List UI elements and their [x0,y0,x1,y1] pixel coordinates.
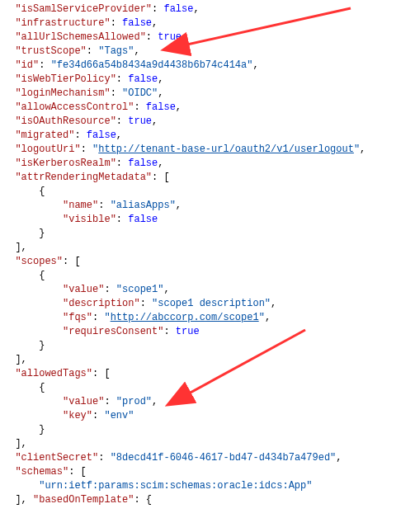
json-token: " [259,312,265,323]
code-line: "loginMechanism": "OIDC", [3,87,412,101]
json-token: : [ [152,172,170,183]
code-line: "fqs": "http://abccorp.com/scope1", [3,311,412,325]
json-token: "id" [15,59,39,71]
json-token: "env" [104,410,134,421]
code-line: "isWebTierPolicy": false, [3,73,412,87]
json-token: : [116,158,128,169]
json-token: , [158,158,163,169]
json-token: : [ [92,368,111,379]
json-token: : [74,129,86,141]
code-line: ], [3,353,412,367]
json-token: : [116,73,128,85]
json-token: ], [15,242,26,253]
json-token: http://abccorp.com/scope1 [111,312,259,323]
json-token: "8decd41f-6046-4617-bd47-d434b7a479ed" [111,452,337,464]
json-token: "scope1 description" [152,298,271,309]
json-token: "visible" [63,214,116,225]
json-token: : [81,144,92,155]
json-token: : [92,312,104,323]
json-token: "isKerberosRealm" [15,158,116,169]
json-token: "isOAuthResource" [15,115,116,127]
code-line: "trustScope": "Tags", [3,45,412,59]
code-line: "isSamlServiceProvider": false, [3,2,412,16]
code-line: ], [3,241,412,255]
code-line: "urn:ietf:params:scim:schemas:oracle:idc… [3,479,412,493]
json-token: "allowedTags" [15,368,92,379]
code-line: } [3,339,412,353]
json-token: : [134,101,145,113]
json-token: : [92,410,104,421]
code-line: "migrated": false, [3,129,412,143]
json-token: "requiresConsent" [63,326,163,337]
json-token: "trustScope" [15,45,86,57]
json-token: "name" [63,200,98,211]
json-token: "aliasApps" [111,200,176,211]
json-token: : [98,452,110,464]
code-line: { [3,269,412,283]
json-code-block: "isSamlServiceProvider": false, "infrast… [0,0,415,510]
json-token: : [98,200,110,211]
json-token: , [176,200,182,211]
json-token: , [152,17,158,29]
json-token: false [146,101,176,113]
json-token: "Tags" [98,45,134,57]
json-token: , [134,45,139,57]
code-line: } [3,227,412,241]
json-token: } [39,340,45,351]
json-token: , [116,129,122,141]
json-token: "loginMechanism" [15,87,110,99]
json-token: : [104,284,116,295]
json-token: : [140,298,152,309]
json-token: http://tenant-base-url/oauth2/v1/userlog… [98,144,354,155]
json-token: , [360,144,365,155]
code-line: "value": "prod", [3,395,412,409]
code-line: "schemas": [ [3,465,412,479]
json-token: false [122,17,152,29]
json-token: " [104,312,110,323]
json-token: , [252,59,258,71]
code-line: "clientSecret": "8decd41f-6046-4617-bd47… [3,451,412,465]
json-token: "schemas" [15,466,68,478]
code-line: "value": "scope1", [3,283,412,297]
code-line: "scopes": [ [3,255,412,269]
json-token: : [152,3,163,15]
json-token: : [111,87,122,99]
json-token: true [176,326,200,337]
code-line: "infrastructure": false, [3,16,412,31]
json-token: , [163,284,169,295]
json-token: "scope1" [116,284,164,295]
code-line: "allUrlSchemesAllowed": true, [3,31,412,45]
code-line: "allowAccessControl": false, [3,101,412,115]
json-token: : [ [68,466,87,478]
json-token: : [116,214,128,225]
json-token: "urn:ietf:params:scim:schemas:oracle:idc… [39,480,312,492]
json-token: : [116,115,128,127]
json-token: "value" [63,396,104,407]
json-token: " [354,144,360,155]
json-token: "key" [63,410,92,421]
code-line: "key": "env" [3,409,412,423]
json-token: ], [15,438,26,450]
json-token: "isSamlServiceProvider" [15,3,152,15]
json-token: , [152,115,158,127]
json-token: , [193,3,199,15]
json-token: "allowAccessControl" [15,101,134,113]
json-token: } [39,228,45,239]
json-token: "OIDC" [122,87,158,99]
code-line: { [3,381,412,395]
json-token: ], [15,494,33,506]
json-token: "value" [63,284,104,295]
json-token: "logoutUri" [15,144,80,155]
json-token: ], [15,354,26,365]
json-token: "migrated" [15,129,74,141]
json-token: false [128,73,158,85]
json-token: "attrRenderingMetadata" [15,172,152,183]
json-token: , [182,31,187,43]
code-line: "id": "fe34d66a54b8434a9d4438b6b74c414a"… [3,59,412,73]
json-token: { [39,270,45,281]
json-token: "isWebTierPolicy" [15,73,116,85]
code-line: ], "basedOnTemplate": { [3,493,412,507]
code-line: "allowedTags": [ [3,367,412,381]
code-line: "isOAuthResource": true, [3,115,412,129]
json-token: , [158,73,163,85]
